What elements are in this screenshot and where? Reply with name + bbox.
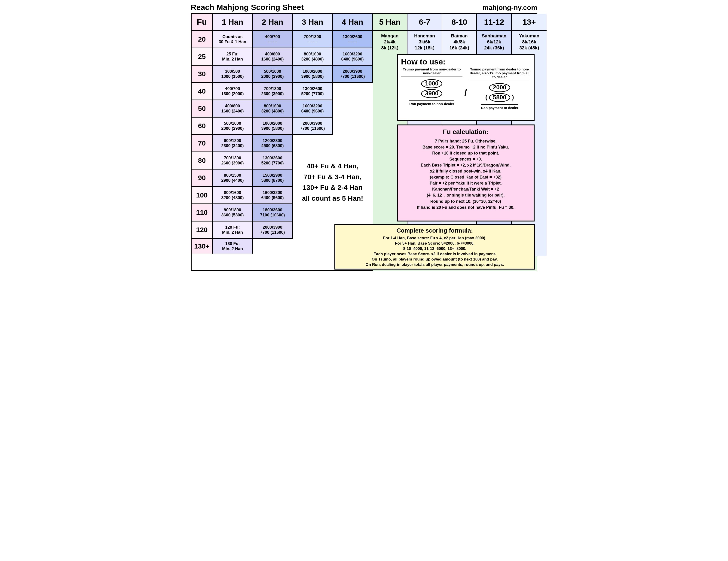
- howto-title: How to use:: [401, 57, 530, 66]
- howto-right-top: Tsumo payment from dealer to non-dealer,…: [469, 67, 530, 80]
- cell-90-2: 1500/29005800 (8700): [253, 170, 293, 187]
- scoring-outer: Fu 1 Han 2 Han 3 Han 4 Han 5 Han 6-7 8-1…: [191, 13, 537, 271]
- howto-n3: 3900: [421, 89, 442, 98]
- cell-100-1: 800/16003200 (4800): [213, 187, 253, 204]
- cell-70-1: 600/12002300 (3400): [213, 135, 253, 152]
- cell-80-1: 700/13002600 (3900): [213, 152, 253, 170]
- cell-110-1: 900/18003600 (5300): [213, 204, 253, 222]
- page-url: mahjong-ny.com: [482, 4, 537, 12]
- cell-80-2: 1300/26005200 (7700): [253, 152, 293, 170]
- howto-left-top: Tsumo payment from non-dealer to non-dea…: [401, 67, 462, 76]
- cell-25-4: 1600/32006400 (9600): [333, 48, 373, 66]
- cell-25-2: 400/8001600 (2400): [253, 48, 293, 66]
- cell-110-2: 1800/36007100 (10600): [253, 204, 293, 222]
- cell-100-2: 1600/32006400 (9600): [253, 187, 293, 204]
- fu-130: 130+: [192, 239, 213, 254]
- cell-60-2: 1000/20003900 (5800): [253, 118, 293, 135]
- fu-50: 50: [192, 100, 213, 118]
- hdr-5han: 5 Han: [373, 14, 407, 31]
- cell-60-1: 500/10002000 (2900): [213, 118, 253, 135]
- fu-80: 80: [192, 152, 213, 170]
- fu-110: 110: [192, 204, 213, 222]
- titlebar: Reach Mahjong Scoring Sheet mahjong-ny.c…: [191, 3, 537, 12]
- cell-70-2: 1200/23004500 (6800): [253, 135, 293, 152]
- fu-30: 30: [192, 66, 213, 83]
- cell-90-1: 800/15002900 (4400): [213, 170, 253, 187]
- cell-40-2: 700/13002600 (3900): [253, 83, 293, 100]
- fu-60: 60: [192, 118, 213, 135]
- fu-70: 70: [192, 135, 213, 152]
- howto-right-bot: Ron payment to dealer: [481, 104, 518, 110]
- fu-25: 25: [192, 48, 213, 66]
- hdr-4han: 4 Han: [333, 14, 373, 31]
- cell-25-1: 25 Fu:Min. 2 Han: [213, 48, 253, 66]
- hdr-8-10: 8-10: [442, 14, 477, 31]
- howto-n1: 1000: [421, 79, 442, 88]
- cell-30-1: 300/5001000 (1500): [213, 66, 253, 83]
- howto-box: How to use: Tsumo payment from non-deale…: [397, 54, 535, 121]
- cell-20-3: 700/1300- - - -: [293, 31, 333, 48]
- howto-n2: 2000: [489, 83, 510, 92]
- hdr-3han: 3 Han: [293, 14, 333, 31]
- hdr-2han: 2 Han: [253, 14, 293, 31]
- cell-60-3: 2000/39007700 (11600): [293, 118, 333, 135]
- hdr-1han: 1 Han: [213, 14, 253, 31]
- fu-120: 120: [192, 222, 213, 239]
- fu-20: 20: [192, 31, 213, 48]
- fu-100: 100: [192, 187, 213, 204]
- cell-20-4: 1300/2600- - - -: [333, 31, 373, 48]
- cell-50-2: 800/16003200 (4800): [253, 100, 293, 118]
- cell-30-2: 500/10002000 (2900): [253, 66, 293, 83]
- howto-n4: 5800: [489, 93, 510, 102]
- hdr-6-7: 6-7: [407, 14, 442, 31]
- cell-130-1: 130 Fu:Min. 2 Han: [213, 239, 253, 254]
- hdr-11-12: 11-12: [477, 14, 512, 31]
- howto-left-bot: Ron payment to non-dealer: [409, 101, 454, 106]
- cell-120-2: 2000/39007700 (11600): [253, 222, 293, 239]
- cell-40-3: 1300/26005200 (7700): [293, 83, 333, 100]
- hdr-13+: 13+: [512, 14, 547, 31]
- cell-30-4: 2000/39007700 (11600): [333, 66, 373, 83]
- fu-calculation-box: Fu calculation: 7 Pairs hand: 25 Fu. Oth…: [397, 125, 535, 222]
- cell-40-1: 400/7001300 (2000): [213, 83, 253, 100]
- hdr-fu: Fu: [192, 14, 213, 31]
- formula-title: Complete scoring formula:: [338, 227, 532, 235]
- cell-20-1: Counts as30 Fu & 1 Han: [213, 31, 253, 48]
- formula-box: Complete scoring formula: For 1-4 Han, B…: [334, 224, 535, 270]
- cell-50-3: 1600/32006400 (9600): [293, 100, 333, 118]
- fu-40: 40: [192, 83, 213, 100]
- page-title: Reach Mahjong Scoring Sheet: [191, 3, 304, 12]
- howto-slash: /: [464, 79, 467, 98]
- fubox-title: Fu calculation:: [401, 127, 530, 137]
- fu-90: 90: [192, 170, 213, 187]
- cell-120-1: 120 Fu:Min. 2 Han: [213, 222, 253, 239]
- cell-30-3: 1000/20003900 (5800): [293, 66, 333, 83]
- cell-25-3: 800/16003200 (4800): [293, 48, 333, 66]
- cell-20-2: 400/700- - - -: [253, 31, 293, 48]
- cell-50-1: 400/8001600 (2400): [213, 100, 253, 118]
